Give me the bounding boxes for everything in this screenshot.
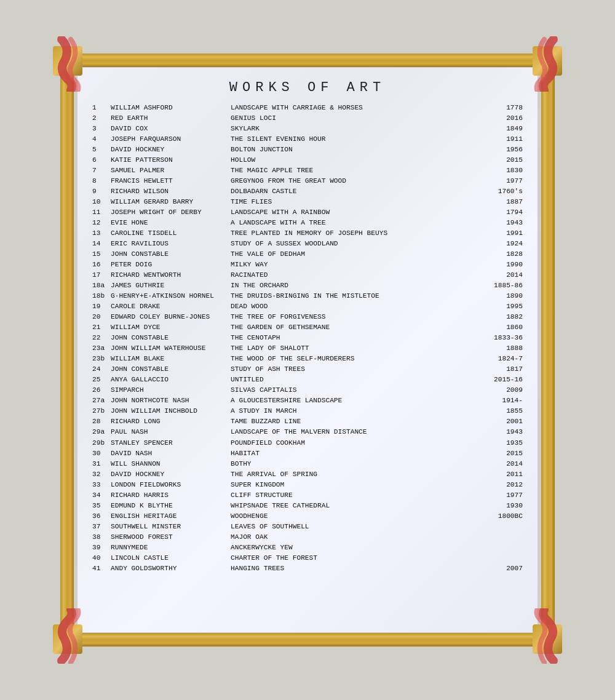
work-title: LANDSCAPE OF THE MALVERN DISTANCE — [231, 427, 486, 437]
list-item: 36ENGLISH HERITAGEWOODHENGE1800BC — [92, 511, 523, 522]
work-title: THE DRUIDS·BRINGING IN THE MISTLETOE — [231, 291, 486, 301]
work-artist: SOUTHWELL MINSTER — [111, 522, 231, 532]
list-item: 37SOUTHWELL MINSTERLEAVES OF SOUTHWELL — [92, 522, 523, 532]
work-title: MILKY WAY — [231, 260, 486, 270]
work-artist: RICHARD HARRIS — [111, 490, 231, 501]
work-artist: ENGLISH HERITAGE — [111, 511, 231, 522]
work-year: 2009 — [486, 385, 523, 396]
list-item: 22JOHN CONSTABLETHE CENOTAPH1833-36 — [92, 333, 523, 343]
work-year: 1855 — [486, 406, 523, 416]
list-item: 18bG·HENRY+E·ATKINSON HORNELTHE DRUIDS·B… — [92, 291, 523, 301]
work-artist: CAROLE DRAKE — [111, 301, 231, 312]
work-number: 18b — [92, 291, 111, 301]
list-item: 29bSTANLEY SPENCERPOUNDFIELD COOKHAM1935 — [92, 438, 523, 448]
work-artist: DAVID HOCKNEY — [111, 145, 231, 155]
work-year: 1930 — [486, 501, 523, 511]
work-number: 23b — [92, 354, 111, 364]
work-title: THE VALE OF DEDHAM — [231, 249, 486, 260]
work-number: 12 — [92, 218, 111, 228]
work-number: 9 — [92, 186, 111, 197]
work-number: 39 — [92, 543, 111, 553]
work-artist: LONDON FIELDWORKS — [111, 480, 231, 490]
work-number: 26 — [92, 385, 111, 396]
list-item: 6KATIE PATTERSONHOLLOW2015 — [92, 155, 523, 165]
work-year: 1935 — [486, 438, 523, 448]
list-item: 29aPAUL NASHLANDSCAPE OF THE MALVERN DIS… — [92, 427, 523, 437]
list-item: 1WILLIAM ASHFORDLANDSCAPE WITH CARRIAGE … — [92, 103, 523, 113]
work-year: 2016 — [486, 113, 523, 124]
work-number: 20 — [92, 312, 111, 322]
list-item: 35EDMUND K BLYTHEWHIPSNADE TREE CATHEDRA… — [92, 501, 523, 511]
work-year: 1914- — [486, 396, 523, 406]
work-year: 2012 — [486, 480, 523, 490]
work-number: 5 — [92, 145, 111, 155]
work-title: CLIFF STRUCTURE — [231, 490, 486, 501]
work-title: BOTHY — [231, 459, 486, 469]
work-number: 23a — [92, 343, 111, 354]
work-artist: ERIC RAVILIOUS — [111, 239, 231, 249]
work-year: 1943 — [486, 427, 523, 437]
work-artist: JAMES GUTHRIE — [111, 280, 231, 291]
corner-br — [533, 624, 562, 654]
work-title: TREE PLANTED IN MEMORY OF JOSEPH BEUYS — [231, 228, 486, 239]
work-artist: ANDY GOLDSWORTHY — [111, 563, 231, 574]
work-year: 1800BC — [486, 511, 523, 522]
list-item: 18aJAMES GUTHRIEIN THE ORCHARD1885-86 — [92, 280, 523, 291]
work-title: GENIUS LOCI — [231, 113, 486, 124]
work-year: 2015-16 — [486, 375, 523, 385]
list-item: 9RICHARD WILSONDOLBADARN CASTLE1760's — [92, 186, 523, 197]
work-year: 1833-36 — [486, 333, 523, 343]
work-artist: RICHARD WILSON — [111, 186, 231, 197]
work-title: THE LADY OF SHALOTT — [231, 343, 486, 354]
work-artist: WILLIAM BLAKE — [111, 354, 231, 364]
list-item: 23aJOHN WILLIAM WATERHOUSETHE LADY OF SH… — [92, 343, 523, 354]
work-title: THE MAGIC APPLE TREE — [231, 165, 486, 176]
corner-bl — [53, 624, 82, 654]
list-item: 27bJOHN WILLIAM INCHBOLDA STUDY IN MARCH… — [92, 406, 523, 416]
list-item: 21WILLIAM DYCETHE GARDEN OF GETHSEMANE18… — [92, 322, 523, 333]
work-artist: RICHARD LONG — [111, 416, 231, 427]
list-item: 34RICHARD HARRISCLIFF STRUCTURE1977 — [92, 490, 523, 501]
list-item: 15JOHN CONSTABLETHE VALE OF DEDHAM1828 — [92, 249, 523, 260]
work-year: 1956 — [486, 145, 523, 155]
work-number: 10 — [92, 197, 111, 207]
work-title: HANGING TREES — [231, 563, 486, 574]
work-year — [486, 532, 523, 543]
work-artist: JOHN WILLIAM INCHBOLD — [111, 406, 231, 416]
work-artist: LINCOLN CASTLE — [111, 553, 231, 563]
work-title: CHARTER OF THE FOREST — [231, 553, 486, 563]
work-artist: KATIE PATTERSON — [111, 155, 231, 165]
list-item: 32DAVID HOCKNEYTHE ARRIVAL OF SPRING2011 — [92, 469, 523, 480]
work-year: 2014 — [486, 459, 523, 469]
work-year: 1924 — [486, 239, 523, 249]
work-year: 1977 — [486, 490, 523, 501]
work-number: 22 — [92, 333, 111, 343]
work-year: 2015 — [486, 155, 523, 165]
work-number: 3 — [92, 124, 111, 134]
list-item: 16PETER DOIGMILKY WAY1990 — [92, 260, 523, 270]
work-artist: PETER DOIG — [111, 260, 231, 270]
list-item: 8FRANCIS HEWLETTGREGYNOG FROM THE GREAT … — [92, 176, 523, 186]
list-item: 19CAROLE DRAKEDEAD WOOD1995 — [92, 301, 523, 312]
corner-tl — [53, 46, 82, 76]
work-year: 1882 — [486, 312, 523, 322]
work-year: 2007 — [486, 563, 523, 574]
work-year: 1943 — [486, 218, 523, 228]
work-number: 6 — [92, 155, 111, 165]
work-title: WHIPSNADE TREE CATHEDRAL — [231, 501, 486, 511]
work-artist: JOSEPH FARQUARSON — [111, 134, 231, 145]
work-year: 2001 — [486, 416, 523, 427]
work-number: 38 — [92, 532, 111, 543]
work-year: 2011 — [486, 469, 523, 480]
work-title: THE CENOTAPH — [231, 333, 486, 343]
work-number: 8 — [92, 176, 111, 186]
work-artist: ANYA GALLACCIO — [111, 375, 231, 385]
work-title: SKYLARK — [231, 124, 486, 134]
work-artist: WILLIAM DYCE — [111, 322, 231, 333]
work-number: 33 — [92, 480, 111, 490]
work-year: 2014 — [486, 270, 523, 280]
work-artist: SHERWOOD FOREST — [111, 532, 231, 543]
list-item: 31WILL SHANNONBOTHY2014 — [92, 459, 523, 469]
work-title: LANDSCAPE WITH A RAINBOW — [231, 207, 486, 218]
list-item: 25ANYA GALLACCIOUNTITLED2015-16 — [92, 375, 523, 385]
